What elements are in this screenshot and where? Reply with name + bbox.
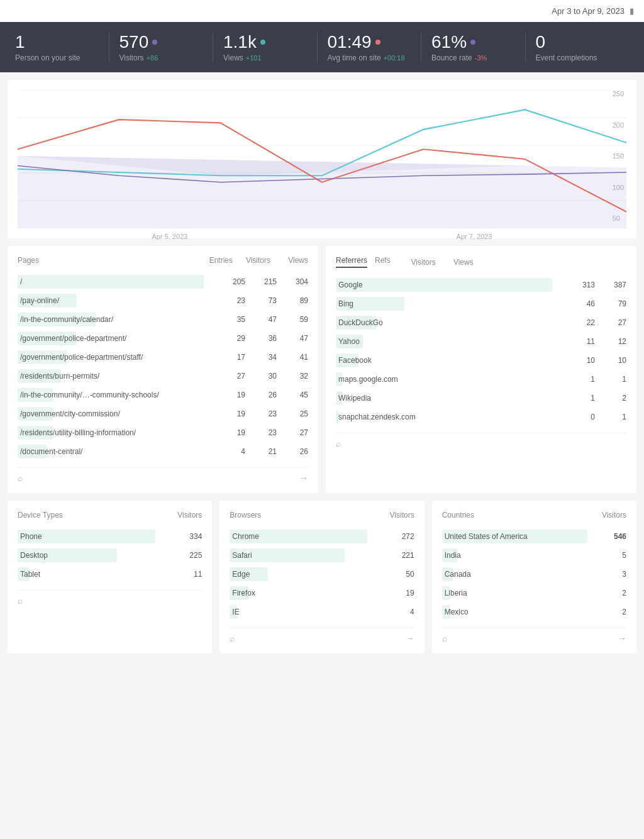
page-bar-label: /in-the-community/…-community-schools/	[18, 388, 214, 402]
pages-arrow-icon[interactable]: →	[299, 473, 308, 483]
stat-bounce: 61% Bounce rate -3%	[421, 32, 526, 62]
y-label-250: 250	[613, 90, 624, 97]
table-row: Phone 334	[18, 527, 202, 546]
pages-footer: ⌕ →	[18, 467, 308, 483]
line-chart	[18, 90, 626, 228]
ref-views: 1	[595, 413, 626, 421]
y-label-100: 100	[613, 184, 624, 191]
bar-label: Tablet	[18, 567, 170, 581]
countries-footer: ⌕ →	[442, 628, 626, 643]
ref-bar-label: Wikipedia	[336, 391, 564, 405]
table-row: Yahoo 11 12	[336, 332, 626, 351]
device-search-icon[interactable]: ⌕	[18, 596, 23, 606]
date-range: Apr 3 to Apr 9, 2023	[552, 6, 625, 16]
page-views: 26	[277, 447, 308, 456]
bar-label: Mexico	[442, 605, 595, 619]
ref-col-visitors: Visitors	[398, 258, 436, 267]
page-label: /government/police-department/	[18, 334, 129, 343]
ref-views: 1	[595, 375, 626, 384]
bar-label: Liberia	[442, 586, 595, 600]
ref-visitors: 22	[564, 318, 595, 327]
stat-value-persons: 1	[15, 32, 99, 52]
stat-visitors: 570 Visitors +86	[109, 32, 214, 62]
table-row: IE 4	[230, 603, 414, 621]
page-visitors: 26	[245, 391, 277, 399]
browsers-title: Browsers	[230, 511, 376, 520]
page-entries: 17	[214, 353, 245, 362]
pages-search-icon[interactable]: ⌕	[18, 473, 23, 483]
row-value: 2	[595, 589, 626, 597]
ref-views: 12	[595, 337, 626, 346]
row-label: United States of America	[442, 532, 530, 541]
page-views: 32	[277, 372, 308, 381]
pages-col-visitors: Visitors	[233, 256, 270, 265]
browsers-arrow-icon[interactable]: →	[406, 633, 414, 643]
page-entries: 205	[214, 277, 245, 286]
pages-rows: / 205 215 304 /pay-online/ 23 73 89 /in-…	[18, 272, 308, 461]
stat-label-bounce: Bounce rate -3%	[431, 53, 515, 62]
stat-label-persons: Person on your site	[15, 53, 99, 62]
row-label: Tablet	[18, 570, 43, 579]
table-row: / 205 215 304	[18, 272, 308, 291]
stat-dot-views	[260, 40, 265, 45]
stat-dot-bounce	[470, 40, 475, 45]
chart-x-label-1: Apr 5, 2023	[152, 233, 188, 240]
stat-label-avg_time: Avg time on site +00:18	[328, 53, 411, 62]
row-value: 225	[170, 551, 202, 560]
device-types-header: Device Types Visitors	[18, 511, 202, 520]
table-row: /government/police-department/ 29 36 47	[18, 329, 308, 348]
tab-referrers[interactable]: Referrers	[336, 256, 367, 268]
ref-visitors: 46	[564, 299, 595, 308]
ref-label: Google	[336, 281, 365, 289]
row-value: 50	[383, 570, 414, 579]
page-visitors: 34	[245, 353, 277, 362]
bar-label: Edge	[230, 567, 382, 581]
device-footer: ⌕	[18, 590, 202, 606]
page-entries: 23	[214, 296, 245, 305]
stat-change-visitors: +86	[147, 54, 158, 62]
row-label: IE	[230, 608, 242, 616]
row-value: 272	[383, 532, 414, 541]
row-value: 4	[383, 608, 414, 616]
page-bar-label: /in-the-community/calendar/	[18, 313, 214, 326]
page-bar-label: /residents/utility-billing-information/	[18, 426, 214, 440]
bar-label: United States of America	[442, 530, 595, 543]
countries-arrow-icon[interactable]: →	[618, 633, 626, 643]
table-row: United States of America 546	[442, 527, 626, 546]
page-views: 25	[277, 409, 308, 418]
page-views: 41	[277, 353, 308, 362]
ref-visitors: 1	[564, 394, 595, 403]
browsers-search-icon[interactable]: ⌕	[230, 633, 235, 643]
page-visitors: 23	[245, 409, 277, 418]
table-row: /document-central/ 4 21 26	[18, 442, 308, 461]
tab-refs[interactable]: Refs	[375, 256, 391, 268]
ref-bar-label: Bing	[336, 297, 564, 311]
countries-panel: Countries Visitors United States of Amer…	[432, 501, 636, 653]
ref-bar-label: Google	[336, 278, 564, 292]
ref-views: 10	[595, 356, 626, 365]
table-row: Tablet 11	[18, 565, 202, 584]
device-types-title: Device Types	[18, 511, 164, 520]
page-views: 27	[277, 428, 308, 437]
device-types-panel: Device Types Visitors Phone 334 Desktop …	[8, 501, 212, 653]
ref-label: DuckDuckGo	[336, 318, 386, 327]
page-label: /pay-online/	[18, 296, 62, 305]
stat-label-visitors: Visitors +86	[119, 53, 203, 62]
browser-rows: Chrome 272 Safari 221 Edge 50 Firefox	[230, 527, 414, 621]
referrers-search-icon[interactable]: ⌕	[336, 438, 341, 448]
ref-visitors: 11	[564, 337, 595, 346]
calendar-icon[interactable]: ▮	[630, 6, 634, 16]
page-label: /	[18, 277, 25, 286]
ref-visitors: 0	[564, 413, 595, 421]
row-value: 546	[595, 532, 626, 541]
table-row: Chrome 272	[230, 527, 414, 546]
countries-search-icon[interactable]: ⌕	[442, 633, 447, 643]
page-label: /government/city-commission/	[18, 409, 123, 418]
page-entries: 19	[214, 391, 245, 399]
stat-value-visitors: 570	[119, 32, 203, 52]
row-value: 2	[595, 608, 626, 616]
stat-change-avg_time: +00:18	[384, 54, 405, 62]
table-row: DuckDuckGo 22 27	[336, 313, 626, 332]
page-label: /in-the-community/…-community-schools/	[18, 391, 162, 399]
browsers-col: Visitors	[377, 511, 414, 520]
